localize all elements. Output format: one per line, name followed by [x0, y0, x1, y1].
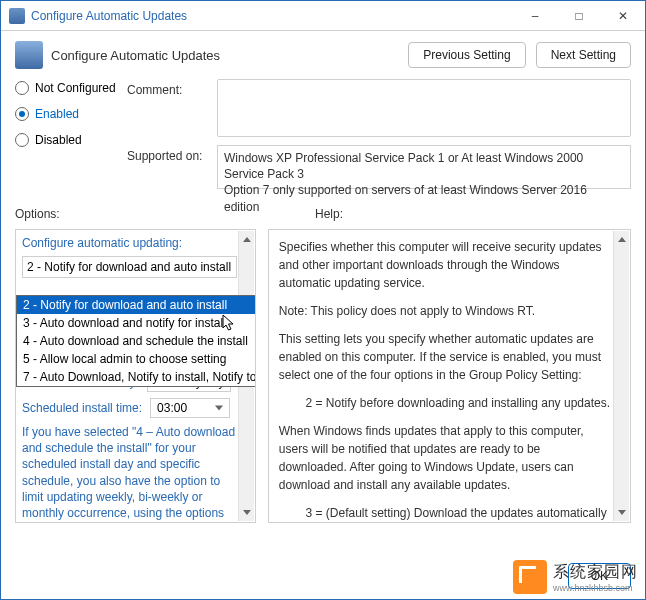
help-paragraph: 3 = (Default setting) Download the updat…: [279, 504, 610, 522]
scheduled-time-row: Scheduled install time: 03:00: [22, 398, 237, 418]
supported-label: Supported on:: [127, 145, 217, 189]
options-heading: Options:: [15, 207, 315, 221]
comment-label: Comment:: [127, 79, 217, 137]
scrollbar[interactable]: [613, 231, 629, 521]
split-panes: Configure automatic updating: 2 - Notify…: [1, 223, 645, 555]
dropdown-item[interactable]: 4 - Auto download and schedule the insta…: [17, 332, 255, 350]
dropdown-item[interactable]: 7 - Auto Download, Notify to install, No…: [17, 368, 255, 386]
help-content: Specifies whether this computer will rec…: [269, 230, 630, 522]
help-paragraph: 2 = Notify before downloading and instal…: [279, 394, 610, 412]
app-icon: [9, 8, 25, 24]
watermark-house-icon: [513, 560, 547, 594]
header-row: Configure Automatic Updates Previous Set…: [1, 31, 645, 75]
gpedit-dialog-window: Configure Automatic Updates – □ ✕ Config…: [0, 0, 646, 600]
titlebar: Configure Automatic Updates – □ ✕: [1, 1, 645, 31]
schedule-note-text: If you have selected "4 – Auto download …: [22, 424, 237, 522]
radio-circle-icon: [15, 133, 29, 147]
help-heading: Help:: [315, 207, 631, 221]
help-paragraph: Specifies whether this computer will rec…: [279, 238, 610, 292]
watermark-text: 系统家园网: [553, 563, 638, 580]
close-button[interactable]: ✕: [601, 1, 645, 31]
watermark-url: www.hnzkhbsb.com: [553, 583, 638, 593]
dropdown-item[interactable]: 5 - Allow local admin to choose setting: [17, 350, 255, 368]
below-dropdown: Scheduled install day: 0 - Every day Sch…: [22, 372, 237, 522]
comment-textarea[interactable]: [217, 79, 631, 137]
dropdown-item[interactable]: 2 - Notify for download and auto install: [17, 296, 255, 314]
configure-updating-dropdown-list: 2 - Notify for download and auto install…: [16, 295, 255, 387]
comment-line: Comment:: [127, 79, 631, 137]
radio-disabled[interactable]: Disabled: [15, 133, 127, 147]
radio-label: Not Configured: [35, 81, 116, 95]
config-grid: Not Configured Enabled Disabled Comment:…: [1, 75, 645, 203]
maximize-button[interactable]: □: [557, 1, 601, 31]
previous-setting-button[interactable]: Previous Setting: [408, 42, 525, 68]
window-controls: – □ ✕: [513, 1, 645, 31]
radio-label: Disabled: [35, 133, 82, 147]
form-col: Comment: Supported on: Windows XP Profes…: [127, 79, 631, 197]
options-pane: Configure automatic updating: 2 - Notify…: [15, 229, 256, 523]
split-labels: Options: Help:: [1, 203, 645, 223]
radio-enabled[interactable]: Enabled: [15, 107, 127, 121]
scheduled-time-label: Scheduled install time:: [22, 401, 142, 415]
dropdown-item[interactable]: 3 - Auto download and notify for install: [17, 314, 255, 332]
state-radio-group: Not Configured Enabled Disabled: [15, 79, 127, 197]
radio-label: Enabled: [35, 107, 79, 121]
help-paragraph: When Windows finds updates that apply to…: [279, 422, 610, 494]
help-paragraph: Note: This policy does not apply to Wind…: [279, 302, 610, 320]
radio-circle-icon: [15, 107, 29, 121]
window-title: Configure Automatic Updates: [31, 9, 513, 23]
watermark: 系统家园网 www.hnzkhbsb.com: [513, 560, 638, 594]
mouse-cursor-icon: [222, 314, 236, 332]
help-paragraph: This setting lets you specify whether au…: [279, 330, 610, 384]
watermark-text-block: 系统家园网 www.hnzkhbsb.com: [553, 562, 638, 593]
radio-circle-icon: [15, 81, 29, 95]
scheduled-time-dropdown[interactable]: 03:00: [150, 398, 230, 418]
policy-icon: [15, 41, 43, 69]
supported-line: Supported on: Windows XP Professional Se…: [127, 145, 631, 189]
minimize-button[interactable]: –: [513, 1, 557, 31]
options-content: Configure automatic updating: 2 - Notify…: [16, 230, 255, 522]
supported-text: Windows XP Professional Service Pack 1 o…: [217, 145, 631, 189]
radio-not-configured[interactable]: Not Configured: [15, 81, 127, 95]
help-pane: Specifies whether this computer will rec…: [268, 229, 631, 523]
policy-title: Configure Automatic Updates: [51, 48, 398, 63]
next-setting-button[interactable]: Next Setting: [536, 42, 631, 68]
configure-updating-dropdown[interactable]: 2 - Notify for download and auto install: [22, 256, 237, 278]
configure-updating-label: Configure automatic updating:: [22, 236, 237, 250]
